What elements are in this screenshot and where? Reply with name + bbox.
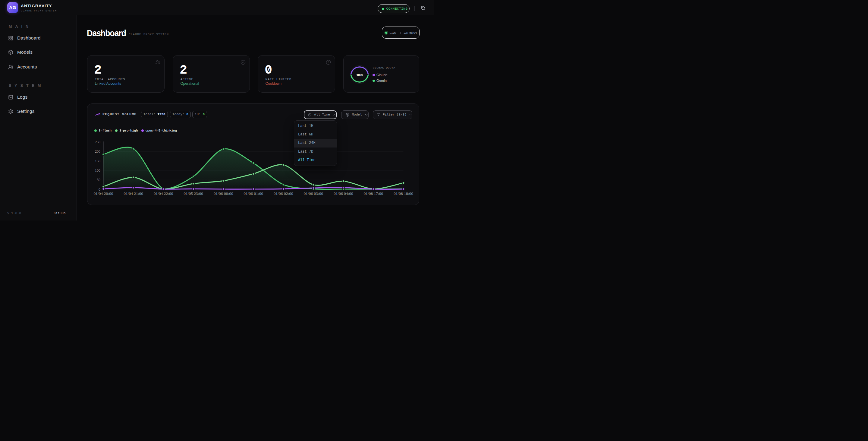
svg-text:01/04 21:00: 01/04 21:00 bbox=[124, 191, 143, 196]
svg-text:01/08 17:00: 01/08 17:00 bbox=[364, 191, 383, 196]
svg-text:01/04 20:00: 01/04 20:00 bbox=[94, 191, 113, 196]
svg-text:100: 100 bbox=[95, 168, 100, 172]
svg-text:01/06 04:00: 01/06 04:00 bbox=[334, 191, 353, 196]
svg-text:50: 50 bbox=[97, 178, 100, 182]
svg-text:01/06 03:00: 01/06 03:00 bbox=[304, 191, 323, 196]
svg-text:01/04 22:00: 01/04 22:00 bbox=[154, 191, 173, 196]
svg-text:0: 0 bbox=[98, 187, 100, 191]
svg-text:250: 250 bbox=[95, 140, 100, 144]
svg-text:01/06 01:00: 01/06 01:00 bbox=[244, 191, 263, 196]
svg-text:01/08 18:00: 01/08 18:00 bbox=[394, 191, 413, 196]
svg-text:200: 200 bbox=[95, 149, 100, 153]
svg-text:01/06 02:00: 01/06 02:00 bbox=[274, 191, 293, 196]
svg-text:100%: 100% bbox=[356, 73, 363, 77]
svg-text:150: 150 bbox=[95, 159, 100, 163]
svg-text:01/05 23:00: 01/05 23:00 bbox=[184, 191, 203, 196]
svg-text:01/06 00:00: 01/06 00:00 bbox=[214, 191, 233, 196]
